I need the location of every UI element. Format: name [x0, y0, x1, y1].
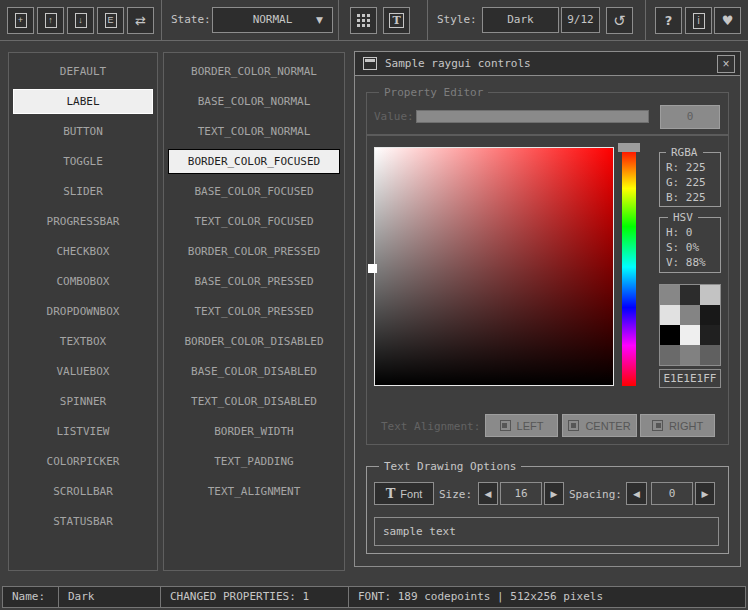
green-value: G: 225	[666, 175, 718, 190]
control-list-item[interactable]: VALUEBOX	[13, 359, 153, 384]
rguistyler-app: + ↑ ↓ E ⇄ State: NORMAL ▼ T Style: D	[0, 0, 748, 610]
hsv-values: H: 0 S: 0% V: 88%	[666, 225, 718, 270]
control-list-item[interactable]: LABEL	[13, 89, 153, 114]
align-left-button[interactable]: LEFT	[485, 414, 558, 437]
state-label: State:	[171, 0, 211, 41]
control-list-item[interactable]: BUTTON	[13, 119, 153, 144]
sample-text-input[interactable]: sample text	[374, 517, 719, 546]
property-list-item[interactable]: TEXT_COLOR_FOCUSED	[168, 209, 340, 234]
control-list-item[interactable]: SLIDER	[13, 179, 153, 204]
window-title-bar[interactable]: Sample raygui controls ×	[355, 52, 740, 76]
rgba-title: RGBA	[666, 146, 703, 159]
about-button[interactable]: i	[685, 7, 712, 34]
control-list-item[interactable]: CHECKBOX	[13, 239, 153, 264]
property-list-item[interactable]: BASE_COLOR_DISABLED	[168, 359, 340, 384]
hsv-title: HSV	[668, 211, 698, 224]
align-center-button[interactable]: CENTER	[562, 414, 637, 437]
controls-list: DEFAULTLABELBUTTONTOGGLESLIDERPROGRESSBA…	[8, 52, 158, 571]
align-right-button[interactable]: RIGHT	[640, 414, 715, 437]
spacing-decrease-button[interactable]: ◀	[626, 482, 647, 505]
control-list-item[interactable]: STATUSBAR	[13, 509, 153, 534]
font-preview-button[interactable]: T	[383, 7, 410, 34]
property-list-item[interactable]: BORDER_COLOR_FOCUSED	[168, 149, 340, 174]
property-list-item[interactable]: BASE_COLOR_NORMAL	[168, 89, 340, 114]
control-list-item[interactable]: SPINNER	[13, 389, 153, 414]
property-list-item[interactable]: BORDER_WIDTH	[168, 419, 340, 444]
property-list-item[interactable]: TEXT_COLOR_PRESSED	[168, 299, 340, 324]
property-list-item[interactable]: TEXT_COLOR_NORMAL	[168, 119, 340, 144]
help-button[interactable]: ?	[655, 7, 682, 34]
style-value: Dark	[507, 13, 534, 26]
status-font-info: FONT: 189 codepoints | 512x256 pixels	[348, 586, 746, 608]
font-button[interactable]: T Font	[374, 482, 434, 505]
align-right-icon	[652, 420, 663, 431]
window-icon	[363, 57, 377, 70]
sponsor-button[interactable]: ♥	[714, 7, 741, 34]
hsv-group: HSV H: 0 S: 0% V: 88%	[659, 217, 721, 273]
size-value-box[interactable]: 16	[500, 482, 542, 505]
style-dropdown[interactable]: Dark	[482, 7, 559, 33]
close-icon: ×	[722, 57, 729, 71]
style-name-input[interactable]: Dark	[58, 586, 161, 608]
size-increase-button[interactable]: ▶	[544, 482, 564, 505]
hue-slider-handle[interactable]	[618, 143, 640, 152]
controls-table-button[interactable]	[350, 7, 377, 34]
spacing-value-box[interactable]: 0	[651, 482, 693, 505]
toolbar-separator	[645, 0, 646, 40]
spacing-increase-button[interactable]: ▶	[695, 482, 715, 505]
rgba-group: RGBA R: 225 G: 225 B: 225	[659, 152, 721, 207]
toolbar-separator	[427, 0, 428, 40]
style-index-button[interactable]: 9/12	[561, 7, 600, 33]
property-list-item[interactable]: BORDER_COLOR_PRESSED	[168, 239, 340, 264]
control-list-item[interactable]: DEFAULT	[13, 59, 153, 84]
size-label: Size:	[439, 488, 472, 501]
size-decrease-button[interactable]: ◀	[478, 482, 498, 505]
control-list-item[interactable]: SCROLLBAR	[13, 479, 153, 504]
arrow-right-icon: ▶	[702, 489, 709, 499]
property-list-item[interactable]: BORDER_COLOR_DISABLED	[168, 329, 340, 354]
control-list-item[interactable]: COMBOBOX	[13, 269, 153, 294]
control-list-item[interactable]: PROGRESSBAR	[13, 209, 153, 234]
new-file-icon: +	[15, 13, 27, 28]
property-list-item[interactable]: TEXT_PADDING	[168, 449, 340, 474]
status-name-label: Name:	[2, 586, 59, 608]
state-value: NORMAL	[253, 13, 293, 26]
save-style-button[interactable]: ↓	[67, 7, 94, 34]
property-list-item[interactable]: BORDER_COLOR_NORMAL	[168, 59, 340, 84]
color-swatch	[660, 345, 680, 365]
hex-color-input[interactable]: E1E1E1FF	[659, 369, 721, 388]
property-list-item[interactable]: TEXT_ALIGNMENT	[168, 479, 340, 504]
load-style-button[interactable]: ↑	[37, 7, 64, 34]
control-list-item[interactable]: LISTVIEW	[13, 419, 153, 444]
style-color-swatches	[659, 284, 721, 366]
brightness-value: V: 88%	[666, 255, 718, 270]
close-button[interactable]: ×	[717, 55, 735, 73]
hue-value: H: 0	[666, 225, 718, 240]
sample-controls-window: Sample raygui controls × Property Editor…	[354, 51, 741, 567]
grid-icon	[357, 14, 370, 27]
new-style-button[interactable]: +	[7, 7, 34, 34]
property-list-item[interactable]: BASE_COLOR_FOCUSED	[168, 179, 340, 204]
status-changed-properties: CHANGED PROPERTIES: 1	[160, 586, 349, 608]
help-icon: ?	[665, 13, 673, 28]
hue-bar[interactable]	[622, 148, 636, 386]
export-style-button[interactable]: E	[97, 7, 124, 34]
value-slider[interactable]	[416, 110, 649, 123]
arrow-left-icon: ◀	[485, 489, 492, 499]
control-list-item[interactable]: DROPDOWNBOX	[13, 299, 153, 324]
blue-value: B: 225	[666, 190, 718, 205]
state-dropdown[interactable]: NORMAL ▼	[212, 7, 333, 33]
control-list-item[interactable]: TEXTBOX	[13, 329, 153, 354]
value-box[interactable]: 0	[660, 105, 720, 129]
property-list-item[interactable]: BASE_COLOR_PRESSED	[168, 269, 340, 294]
control-list-item[interactable]: TOGGLE	[13, 149, 153, 174]
reload-style-button[interactable]: ↺	[606, 7, 633, 34]
align-left-icon	[500, 420, 511, 431]
random-style-button[interactable]: ⇄	[127, 7, 154, 34]
color-picker-cursor[interactable]	[368, 264, 377, 273]
property-list-item[interactable]: TEXT_COLOR_DISABLED	[168, 389, 340, 414]
control-list-item[interactable]: COLORPICKER	[13, 449, 153, 474]
property-editor-title: Property Editor	[379, 86, 488, 99]
properties-list: BORDER_COLOR_NORMALBASE_COLOR_NORMALTEXT…	[163, 52, 345, 571]
color-picker-area[interactable]	[374, 147, 614, 386]
